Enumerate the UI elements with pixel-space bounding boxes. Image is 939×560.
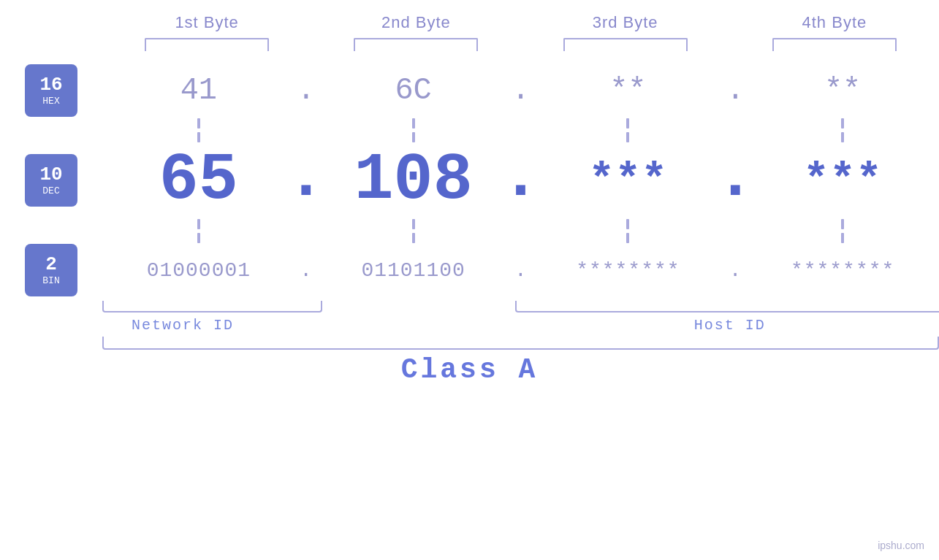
sep-dec-4 <box>746 219 939 243</box>
bracket-cell-2 <box>311 38 520 51</box>
top-bracket-2 <box>354 38 478 51</box>
bin-b1: 01000001 <box>102 259 295 282</box>
hex-b4: ** <box>746 73 939 108</box>
dec-dot-3: . <box>724 145 746 216</box>
network-id-label: Network ID <box>132 317 234 334</box>
class-label: Class A <box>401 354 539 386</box>
hex-row: 16 HEX 41 . 6C . ** <box>0 64 939 117</box>
hex-b3: ** <box>532 73 725 108</box>
dec-row: 10 DEC 65 . 108 . *** <box>0 143 939 218</box>
byte-header-3: 3rd Byte <box>521 13 730 32</box>
top-brackets <box>0 38 939 51</box>
byte-header-4: 4th Byte <box>730 13 939 32</box>
byte-header-2: 2nd Byte <box>311 13 520 32</box>
sep-4 <box>746 118 939 142</box>
host-bracket <box>515 301 939 312</box>
byte-header-1: 1st Byte <box>102 13 311 32</box>
bottom-brackets-container: Network ID Host ID <box>0 301 939 334</box>
hex-dot-2: . <box>510 73 532 108</box>
sep-dec-2 <box>317 219 510 243</box>
bin-b4: ******** <box>746 259 939 282</box>
bin-dot-1: . <box>295 259 317 282</box>
badge-bin-box: 2 BIN <box>25 244 77 296</box>
bin-b2: 01101100 <box>317 259 510 282</box>
hex-b2: 6C <box>317 73 510 108</box>
dec-dot-1: . <box>295 145 317 216</box>
bracket-cell-3 <box>521 38 730 51</box>
badge-hex: 16 HEX <box>0 64 102 117</box>
host-id-label: Host ID <box>694 317 766 334</box>
bracket-cell-4 <box>730 38 939 51</box>
bin-row: 2 BIN 01000001 . 01101100 . <box>0 244 939 296</box>
sep-dec-1 <box>102 219 295 243</box>
byte-headers: 1st Byte 2nd Byte 3rd Byte 4th Byte <box>0 13 939 32</box>
outer-bracket <box>102 337 939 350</box>
sep-1 <box>102 118 295 142</box>
sep-hex-dec <box>0 117 939 143</box>
outer-bracket-row <box>0 337 939 350</box>
host-id-section: Host ID <box>521 301 940 334</box>
dec-b4: *** <box>746 156 939 205</box>
bracket-cell-1 <box>102 38 311 51</box>
sep-3 <box>532 118 725 142</box>
dec-b2: 108 <box>317 143 510 218</box>
hex-b1: 41 <box>102 73 295 108</box>
watermark: ipshu.com <box>878 540 924 551</box>
network-bracket <box>102 301 322 312</box>
top-bracket-1 <box>145 38 269 51</box>
dec-dot-2: . <box>510 145 532 216</box>
hex-dot-3: . <box>724 73 746 108</box>
badge-dec-box: 10 DEC <box>25 154 77 207</box>
hex-values: 41 . 6C . ** . ** <box>102 73 939 108</box>
network-id-section: Network ID <box>102 301 521 334</box>
sep-dec-3 <box>532 219 725 243</box>
top-bracket-3 <box>563 38 688 51</box>
bin-b3: ******** <box>532 259 725 282</box>
main-container: 1st Byte 2nd Byte 3rd Byte 4th Byte 16 <box>0 0 939 560</box>
top-bracket-4 <box>772 38 897 51</box>
bin-values: 01000001 . 01101100 . ******** . <box>102 259 939 282</box>
sep-2 <box>317 118 510 142</box>
bin-dot-2: . <box>510 259 532 282</box>
dec-b3: *** <box>532 156 725 205</box>
class-row: Class A <box>0 354 939 393</box>
dec-b1: 65 <box>102 143 295 218</box>
badge-hex-box: 16 HEX <box>25 64 77 117</box>
dec-values: 65 . 108 . *** . *** <box>102 143 939 218</box>
sep-dec-bin <box>0 218 939 244</box>
hex-dot-1: . <box>295 73 317 108</box>
bin-dot-3: . <box>724 259 746 282</box>
